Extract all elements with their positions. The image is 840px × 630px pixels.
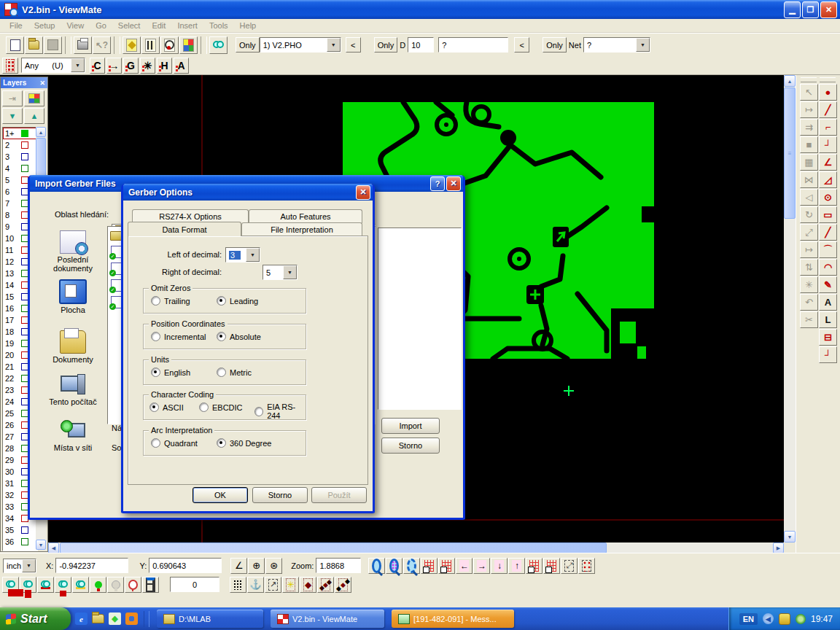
gerber-file-icon[interactable]	[111, 262, 122, 275]
radio-eia-rs-244[interactable]: EIA RS-244	[254, 402, 306, 420]
vertical-scrollbar[interactable]: ▲ ≡ ▼	[784, 75, 796, 542]
selection-filter-button[interactable]	[2, 58, 18, 74]
scroll-left-button[interactable]: ◀	[48, 542, 59, 553]
rotate-tool[interactable]: ↻	[800, 206, 818, 223]
radio-quadrant[interactable]: Quadrant	[151, 438, 198, 448]
shear-tool[interactable]: ◁	[800, 189, 818, 206]
gerber-file-icon[interactable]	[111, 279, 122, 292]
menu-setup[interactable]: Setup	[29, 20, 61, 31]
print-button[interactable]	[74, 36, 92, 54]
colors-view-button[interactable]	[179, 36, 198, 54]
right-of-decimal-combo[interactable]: 5	[262, 265, 298, 280]
select-tool[interactable]: ↖	[800, 84, 818, 101]
fill-solid-tool[interactable]: ■	[800, 136, 818, 153]
aperture-view-button[interactable]	[160, 36, 179, 54]
task-viewmate[interactable]: V2.bin - ViewMate	[271, 610, 384, 628]
flash-aperture-button[interactable]	[282, 577, 299, 593]
layer-row[interactable]: 3	[3, 151, 37, 163]
quicklaunch-ie-icon[interactable]: e	[75, 612, 88, 625]
clock[interactable]: 19:47	[811, 614, 833, 624]
horizontal-scroll-thumb[interactable]	[60, 542, 607, 553]
transform-settings-tool[interactable]: ✳	[800, 276, 818, 293]
dialog-help-button[interactable]: ?	[430, 176, 445, 191]
gerber-file-icon[interactable]	[111, 296, 122, 308]
close-icon[interactable]: ✕	[39, 79, 45, 87]
scroll-down-button[interactable]: ▼	[784, 531, 796, 542]
protractor-button[interactable]: ∠	[230, 558, 247, 574]
layer-row[interactable]: 4	[3, 163, 37, 174]
grid-value-field[interactable]: 0	[170, 577, 219, 592]
previous-layer-button[interactable]: <	[346, 37, 361, 52]
close-button[interactable]: ✕	[820, 1, 837, 18]
layer-color-swatch[interactable]	[21, 538, 28, 545]
draw-dimension-tool[interactable]: ⊟	[819, 329, 837, 346]
task-message[interactable]: [191-482-091] - Mess...	[392, 610, 514, 628]
draw-corner-tool[interactable]: ┘	[819, 136, 837, 153]
quicklaunch-app-icon[interactable]: ◆	[109, 612, 121, 625]
draw-line-tool[interactable]: ╱	[819, 101, 837, 118]
grid-table-button[interactable]	[142, 577, 159, 593]
save-file-button[interactable]	[44, 36, 62, 54]
layers-panel-titlebar[interactable]: Layers ✕	[1, 77, 47, 88]
tray-messenger-icon[interactable]	[796, 614, 806, 624]
zoom-window-button[interactable]	[403, 558, 420, 574]
menu-insert[interactable]: Insert	[172, 20, 203, 31]
task-mlab-folder[interactable]: D:\MLAB	[157, 610, 263, 628]
snap-grid-button[interactable]	[230, 577, 246, 593]
menu-view[interactable]: View	[61, 20, 89, 31]
pad-aperture-3-button[interactable]	[335, 577, 351, 593]
pad-aperture-button[interactable]	[300, 577, 316, 593]
measure-view-button[interactable]	[141, 36, 160, 54]
layer-row[interactable]: 35	[3, 524, 37, 536]
quicklaunch-folder-icon[interactable]	[92, 612, 104, 625]
tab-data-format[interactable]: Data Format	[128, 222, 241, 236]
layer-table-button[interactable]	[24, 90, 44, 106]
view-options-button[interactable]	[209, 36, 228, 54]
highlight-on-button[interactable]	[90, 577, 106, 593]
swap-layers-tool[interactable]: ⇅	[800, 259, 818, 276]
place-my-computer[interactable]: Tento počítač	[39, 374, 107, 406]
draw-triangle-tool[interactable]: ◿	[819, 171, 837, 188]
select-flash-button[interactable]: ✳	[140, 58, 155, 74]
layer-color-swatch[interactable]	[21, 130, 28, 137]
draw-bend-tool[interactable]: ┘	[819, 346, 837, 363]
view-pads-button[interactable]	[2, 577, 19, 593]
units-combo[interactable]: inch	[3, 559, 36, 573]
previous-dcode-button[interactable]: <	[514, 37, 529, 52]
select-points-button[interactable]	[578, 558, 595, 574]
only-dcode-button[interactable]: Only	[374, 37, 398, 52]
selection-type-combo[interactable]: Any (U)	[21, 58, 85, 73]
radio-ascii[interactable]: ASCII	[149, 402, 184, 412]
radio-metric[interactable]: Metric	[217, 368, 252, 377]
quicklaunch-firefox-icon[interactable]	[125, 612, 138, 625]
layer-down-button[interactable]: ▼	[2, 108, 23, 124]
radio-absolute[interactable]: Absolute	[217, 332, 261, 341]
layer-color-swatch[interactable]	[21, 153, 28, 160]
view-polygons-button[interactable]	[37, 577, 54, 593]
active-layer-combo[interactable]: 1) V2.PHO	[260, 37, 341, 52]
tab-file-interpretation[interactable]: File Interpretation	[241, 222, 362, 236]
view-outlines-button[interactable]	[55, 577, 71, 593]
draw-angle-tool[interactable]: ∠	[819, 154, 837, 171]
zoom-board-button[interactable]	[438, 558, 455, 574]
select-gerber-button[interactable]: G	[123, 58, 139, 74]
zoom-out-step-button[interactable]	[526, 558, 542, 574]
draw-circle-tool[interactable]: ⊙	[819, 189, 837, 206]
draw-arc-tool[interactable]: ⌒	[819, 241, 837, 258]
apply-button[interactable]: Použít	[311, 487, 367, 503]
mirror-tool[interactable]: ⋈	[800, 171, 818, 188]
cancel-button[interactable]: Storno	[252, 487, 308, 503]
place-desktop[interactable]: Plocha	[39, 279, 107, 314]
highlight-off-button[interactable]	[107, 577, 124, 593]
zoom-tool-button[interactable]	[368, 558, 385, 574]
chevron-down-icon[interactable]	[283, 265, 297, 279]
menu-help[interactable]: Help	[235, 20, 262, 31]
select-component-button[interactable]: C	[90, 58, 105, 74]
zoom-field[interactable]: 1.8868	[316, 558, 361, 573]
draw-sketch-tool[interactable]: ✎	[819, 276, 837, 293]
chevron-down-icon[interactable]	[22, 559, 36, 572]
import-cancel-button[interactable]: Storno	[381, 438, 440, 454]
ok-button[interactable]: OK	[192, 487, 248, 503]
undo-tool[interactable]: ↶	[800, 294, 818, 311]
language-indicator[interactable]: EN	[739, 613, 758, 625]
